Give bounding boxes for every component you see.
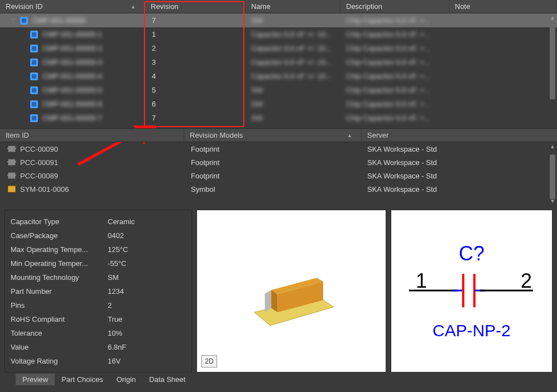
revision-id-text: CMP-001-00000-4 xyxy=(42,72,102,80)
property-row: Pins2 xyxy=(11,298,186,312)
cell-name: SW xyxy=(246,100,340,108)
cell-revision-id: CMP-001-00000-6 xyxy=(0,100,145,108)
property-key: Voltage Rating xyxy=(11,357,108,365)
cell-description: Chip Capacitor 6.8 nF, +... xyxy=(340,114,449,122)
property-key: Mounting Technology xyxy=(11,273,108,282)
property-key: Min Operating Temper... xyxy=(11,259,108,268)
table-row[interactable]: PCC-00089FootprintSKA Workspace - Std xyxy=(0,169,557,182)
cell-revision: 3 xyxy=(145,58,246,66)
footprint-icon xyxy=(8,159,16,166)
cell-item-id: SYM-001-0006 xyxy=(0,185,184,193)
symbol-icon xyxy=(8,186,16,192)
cell-name: Capacitor 6.8 nF +/- 10... xyxy=(246,30,340,38)
cell-revision: 7 xyxy=(145,114,246,122)
cell-revision-id: CMP-001-00000-1 xyxy=(0,30,145,38)
component-icon xyxy=(30,45,38,52)
col-revision[interactable]: Revision xyxy=(145,0,246,13)
table-row[interactable]: PCC-00090FootprintSKA Workspace - Std xyxy=(0,142,557,156)
component-icon xyxy=(30,100,38,108)
scroll-down-icon[interactable]: ▼ xyxy=(549,198,556,205)
scroll-up-icon[interactable]: ▲ xyxy=(549,14,556,21)
component-icon xyxy=(30,72,38,80)
tab-part-choices[interactable]: Part Choices xyxy=(55,374,109,385)
col-server[interactable]: Server xyxy=(362,129,557,142)
property-value: -55°C xyxy=(108,259,186,268)
preview-3d-panel[interactable]: 2D xyxy=(196,210,386,372)
col-name[interactable]: Name xyxy=(246,0,340,13)
cell-description: Chip Capacitor 6.8 nF, +... xyxy=(340,100,449,108)
property-key: Case/Package xyxy=(11,231,108,240)
table-row[interactable]: PCC-00091FootprintSKA Workspace - Std xyxy=(0,156,557,169)
property-value: 0402 xyxy=(108,231,186,240)
tab-origin[interactable]: Origin xyxy=(110,374,143,385)
cell-name: Capacitor 6.8 nF +/- 10... xyxy=(246,58,340,66)
revision-id-text: CMP-001-00000-7 xyxy=(42,114,102,122)
property-value: SM xyxy=(108,273,186,282)
details-area: Capacitor TypeCeramicCase/Package0402Max… xyxy=(0,206,557,372)
property-row: Mounting TechnologySM xyxy=(11,270,186,284)
table-row[interactable]: CMP-001-00000-55SWChip Capacitor 6.8 nF,… xyxy=(0,83,557,97)
tab-data-sheet[interactable]: Data Sheet xyxy=(142,374,192,385)
table-row[interactable]: CMP-001-00000-44Capacitor 6.8 nF +/- 10.… xyxy=(0,69,557,83)
revision-id-text: CMP-001-00000-5 xyxy=(42,86,102,94)
revision-table: Revision ID▲ Revision Name Description N… xyxy=(0,0,557,128)
component-icon xyxy=(30,59,38,66)
cell-item-id: PCC-00090 xyxy=(0,145,184,153)
property-row: Part Number1234 xyxy=(11,284,186,298)
cell-name: SW xyxy=(246,86,340,94)
table-row[interactable]: CMP-001-00000-77SWChip Capacitor 6.8 nF,… xyxy=(0,111,557,125)
table-row[interactable]: CMP-001-00000-11Capacitor 6.8 nF +/- 10.… xyxy=(0,27,557,41)
vertical-scrollbar[interactable]: ▲ ▼ xyxy=(549,143,556,205)
symbol-panel[interactable]: C? 1 2 CAP-NP-2 xyxy=(391,210,553,372)
revision-id-text: CMP-001-00000-2 xyxy=(42,44,102,52)
property-key: Value xyxy=(11,343,108,351)
cell-revision-models: Footprint xyxy=(184,145,362,153)
table-row[interactable]: CMP-001-00000-22Capacitor 6.8 nF +/- 10.… xyxy=(0,41,557,55)
cell-server: SKA Workspace - Std xyxy=(362,145,557,153)
scroll-thumb[interactable] xyxy=(550,21,555,99)
cell-revision: 7 xyxy=(145,16,246,25)
component-icon xyxy=(30,86,38,94)
scroll-thumb[interactable] xyxy=(550,154,555,199)
property-key: Tolerance xyxy=(11,329,108,337)
property-value: 125°C xyxy=(108,245,186,254)
cell-server: SKA Workspace - Std xyxy=(362,172,557,180)
property-key: Max Operating Tempe... xyxy=(11,245,108,254)
cell-revision: 2 xyxy=(145,44,246,52)
cell-revision-id: CMP-001-00000-4 xyxy=(0,72,145,80)
sort-asc-icon: ▲ xyxy=(131,4,136,9)
col-item-id[interactable]: Item ID xyxy=(0,129,184,142)
property-value: 6.8nF xyxy=(108,343,186,351)
cell-server: SKA Workspace - Std xyxy=(362,185,557,193)
table-row[interactable]: ▽CMP-001-000007SWChip Capacitor 6.8 nF, … xyxy=(0,13,557,27)
cell-item-id: PCC-00091 xyxy=(0,158,184,167)
tab-preview[interactable]: Preview xyxy=(16,374,55,385)
table-row[interactable]: CMP-001-00000-33Capacitor 6.8 nF +/- 10.… xyxy=(0,55,557,69)
cell-revision-models: Footprint xyxy=(184,172,362,180)
col-revision-models-label: Revision Models xyxy=(190,131,243,139)
cell-description: Chip Capacitor 6.8 nF, +... xyxy=(340,30,449,38)
property-key: Pins xyxy=(11,301,108,309)
toggle-2d-button[interactable]: 2D xyxy=(201,355,217,367)
property-value: 16V xyxy=(108,357,186,365)
cell-revision-id: CMP-001-00000-2 xyxy=(0,44,145,52)
table-row[interactable]: CMP-001-00000-66SWChip Capacitor 6.8 nF,… xyxy=(0,97,557,111)
footprint-icon xyxy=(8,172,16,179)
property-row: Tolerance10% xyxy=(11,326,186,340)
properties-panel: Capacitor TypeCeramicCase/Package0402Max… xyxy=(4,210,192,372)
vertical-scrollbar[interactable]: ▲ xyxy=(549,14,556,126)
scroll-up-icon[interactable]: ▲ xyxy=(549,143,556,150)
component-icon xyxy=(30,114,38,122)
table-row[interactable]: SYM-001-0006SymbolSKA Workspace - Std xyxy=(0,182,557,196)
col-description[interactable]: Description xyxy=(340,0,449,13)
property-row: Capacitor TypeCeramic xyxy=(11,215,186,229)
property-value: Ceramic xyxy=(108,217,186,226)
component-icon xyxy=(20,17,28,25)
col-revision-id-label: Revision ID xyxy=(6,2,42,11)
cell-name: SW xyxy=(246,16,340,25)
component-icon xyxy=(30,31,38,38)
col-revision-id[interactable]: Revision ID▲ xyxy=(0,0,145,13)
col-note[interactable]: Note xyxy=(449,0,557,13)
expand-icon[interactable]: ▽ xyxy=(11,17,17,23)
col-revision-models[interactable]: Revision Models▲ xyxy=(184,129,362,142)
